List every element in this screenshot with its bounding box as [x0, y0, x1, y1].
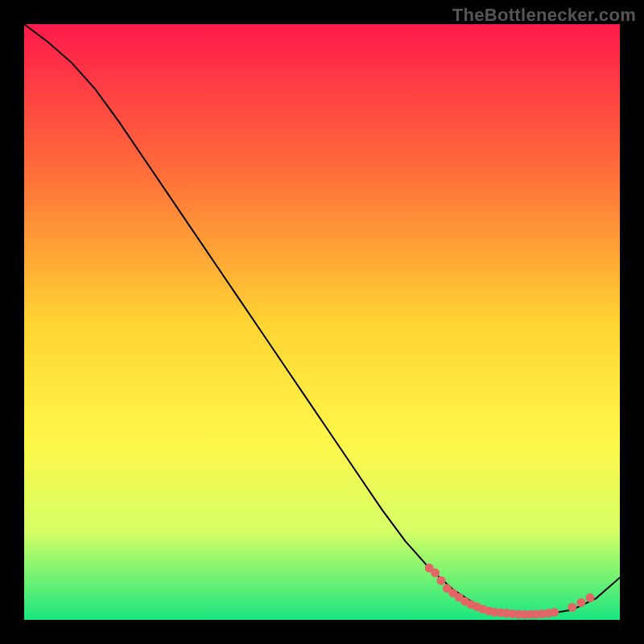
chart-frame: TheBottlenecker.com [0, 0, 644, 644]
sweet-spot-marker [431, 568, 440, 577]
sweet-spot-marker [586, 593, 595, 602]
sweet-spot-marker [568, 603, 576, 612]
plot-area [24, 24, 620, 620]
chart-svg [24, 24, 620, 620]
sweet-spot-marker [576, 598, 585, 607]
sweet-spot-marker [437, 576, 446, 585]
sweet-spot-marker [550, 608, 559, 617]
watermark-label: TheBottlenecker.com [452, 5, 636, 26]
